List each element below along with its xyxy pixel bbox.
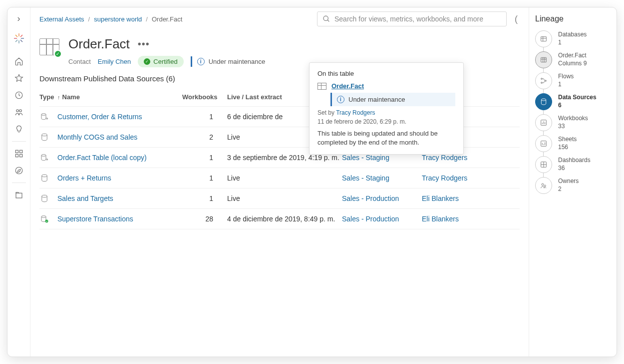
svg-point-36 [541, 99, 546, 101]
datasource-name-link[interactable]: Monthly COGS and Sales [57, 133, 137, 141]
svg-point-22 [42, 175, 47, 177]
owner-link[interactable]: Eli Blankers [422, 215, 459, 223]
lineage-title: Lineage [535, 14, 610, 23]
datasource-name-link[interactable]: Customer, Order & Returns [57, 113, 142, 121]
lineage-node[interactable]: Databases1 [535, 30, 610, 47]
lineage-node-icon [535, 93, 552, 110]
table-row[interactable]: Orders + Returns1LiveSales - StagingTrac… [39, 168, 520, 188]
svg-rect-13 [15, 155, 18, 157]
info-icon: i [197, 58, 205, 65]
datasource-name-link[interactable]: Order.Fact Table (local copy) [57, 154, 147, 162]
workbooks-count: 1 [182, 174, 227, 182]
lineage-node-icon [535, 72, 552, 89]
svg-point-35 [545, 80, 547, 82]
lineage-node[interactable]: Data Sources6 [535, 93, 610, 110]
recents-icon[interactable] [7, 87, 30, 103]
breadcrumb-mid[interactable]: superstore world [94, 15, 142, 23]
certified-badge[interactable]: ✓Certified [138, 56, 183, 67]
svg-rect-14 [19, 155, 22, 157]
owner-link[interactable]: Eli Blankers [422, 194, 459, 202]
collections-icon[interactable] [7, 187, 30, 203]
svg-rect-11 [15, 150, 18, 153]
lineage-node[interactable]: Dashboards36 [535, 156, 610, 173]
table-row[interactable]: Superstore Transactions284 de diciembre … [39, 209, 520, 229]
popover-status-bar[interactable]: i Under maintenance [330, 93, 455, 106]
live-extract-value: Live [227, 174, 342, 182]
project-link[interactable]: Sales - Staging [342, 174, 389, 182]
project-link[interactable]: Sales - Production [342, 215, 399, 223]
lineage-node-count: Columns 9 [558, 60, 587, 68]
svg-point-17 [323, 16, 328, 20]
svg-point-19 [41, 114, 46, 116]
more-actions-button[interactable]: ••• [138, 38, 150, 50]
project-link[interactable]: Sales - Staging [342, 154, 389, 162]
owner-link[interactable]: Tracy Rodgers [422, 154, 467, 162]
svg-rect-29 [541, 57, 547, 62]
svg-point-49 [544, 185, 546, 186]
breadcrumb: External Assets / superstore world / Ord… [39, 15, 182, 23]
lineage-node-count: 156 [558, 144, 577, 152]
external-assets-icon[interactable] [7, 163, 30, 179]
svg-rect-12 [19, 150, 22, 153]
popover-setby-link[interactable]: Tracy Rodgers [336, 109, 375, 116]
lineage-node-label: Flows [558, 73, 574, 81]
info-icon: i [337, 96, 344, 103]
lineage-node-label: Databases [558, 31, 587, 39]
help-paren[interactable]: ( [513, 12, 520, 26]
table-row[interactable]: Sales and Targets1LiveSales - Production… [39, 188, 520, 209]
svg-point-21 [41, 155, 46, 157]
breadcrumb-root[interactable]: External Assets [39, 15, 84, 23]
project-link[interactable]: Sales - Production [342, 194, 399, 202]
lineage-node-icon [535, 30, 552, 47]
expand-nav-button[interactable]: › [7, 11, 30, 25]
search-box[interactable] [317, 11, 507, 26]
lineage-node-label: Workbooks [558, 115, 588, 123]
datasource-name-link[interactable]: Orders + Returns [57, 174, 111, 182]
maintenance-badge[interactable]: iUnder maintenance [191, 56, 270, 67]
datasource-name-link[interactable]: Sales and Targets [57, 194, 113, 202]
contact-label: Contact [68, 58, 91, 65]
svg-point-9 [16, 110, 18, 112]
col-name[interactable]: ↑Name [57, 93, 182, 101]
lineage-node[interactable]: Workbooks33 [535, 114, 610, 131]
certified-icon: ✓ [144, 58, 150, 65]
lineage-node[interactable]: Order.FactColumns 9 [535, 51, 610, 68]
datasource-type-icon [39, 174, 49, 182]
svg-point-10 [19, 110, 21, 112]
lineage-node[interactable]: Owners2 [535, 177, 610, 194]
favorites-icon[interactable] [7, 70, 30, 86]
lineage-node-count: 2 [558, 185, 579, 193]
workbooks-count: 2 [182, 133, 227, 141]
datasource-name-link[interactable]: Superstore Transactions [57, 215, 133, 223]
owner-link[interactable]: Tracy Rodgers [422, 174, 467, 182]
lineage-node-label: Owners [558, 178, 579, 185]
svg-rect-41 [541, 141, 547, 147]
workbooks-count: 1 [182, 194, 227, 202]
lineage-node[interactable]: Flows1 [535, 72, 610, 89]
home-icon[interactable] [7, 53, 30, 69]
col-type[interactable]: Type [39, 93, 57, 101]
lineage-node-count: 33 [558, 123, 588, 131]
lineage-node-label: Data Sources [558, 94, 597, 102]
shared-icon[interactable] [7, 104, 30, 120]
svg-line-7 [20, 35, 22, 37]
svg-point-20 [42, 134, 47, 136]
table-mini-icon [317, 83, 326, 90]
search-input[interactable] [334, 15, 501, 23]
left-nav: › [7, 7, 30, 357]
col-workbooks[interactable]: Workbooks [182, 93, 227, 101]
svg-line-5 [20, 40, 22, 42]
svg-line-4 [15, 35, 17, 37]
popover-table-link[interactable]: Order.Fact [331, 82, 364, 90]
lineage-node[interactable]: Sheets156 [535, 135, 610, 152]
workbooks-count: 28 [182, 215, 227, 223]
explore-icon[interactable] [7, 146, 30, 162]
contact-link[interactable]: Emily Chen [98, 58, 131, 65]
datasource-type-icon [39, 112, 49, 121]
maintenance-popover: On this table Order.Fact i Under mainten… [309, 62, 464, 155]
recommendations-icon[interactable] [7, 121, 30, 137]
lineage-node-count: 6 [558, 102, 597, 110]
tableau-logo-icon [12, 31, 26, 45]
svg-point-34 [541, 82, 543, 84]
live-extract-value: 4 de diciembre de 2019, 8:49 p. m. [227, 215, 342, 223]
